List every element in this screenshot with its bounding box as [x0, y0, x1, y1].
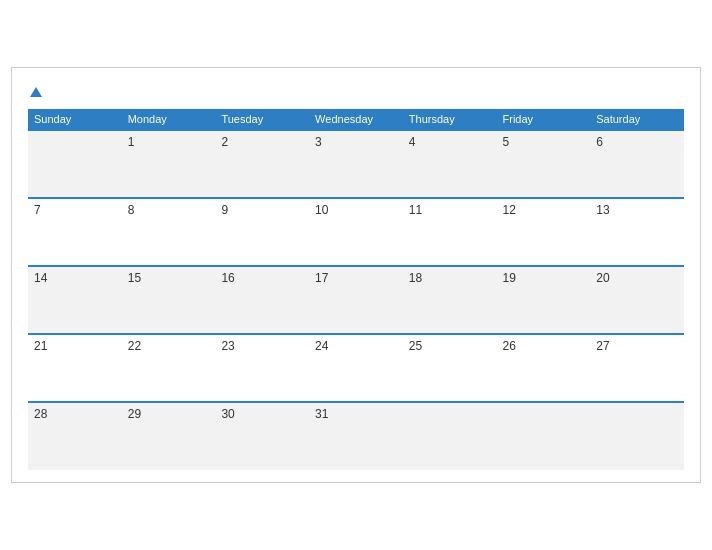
- calendar-day-cell: 12: [497, 198, 591, 266]
- day-number: 9: [221, 203, 228, 217]
- weekday-header-friday: Friday: [497, 109, 591, 130]
- weekday-header-thursday: Thursday: [403, 109, 497, 130]
- day-number: 5: [503, 135, 510, 149]
- day-number: 12: [503, 203, 516, 217]
- calendar-day-cell: 29: [122, 402, 216, 470]
- day-number: 20: [596, 271, 609, 285]
- calendar-day-cell: 8: [122, 198, 216, 266]
- calendar-day-cell: 3: [309, 130, 403, 198]
- calendar-day-cell: 31: [309, 402, 403, 470]
- weekday-header-sunday: Sunday: [28, 109, 122, 130]
- calendar-week-row: 78910111213: [28, 198, 684, 266]
- day-number: 1: [128, 135, 135, 149]
- calendar-day-cell: 26: [497, 334, 591, 402]
- calendar-day-cell: 20: [590, 266, 684, 334]
- day-number: 11: [409, 203, 422, 217]
- calendar-week-row: 28293031: [28, 402, 684, 470]
- calendar-day-cell: 25: [403, 334, 497, 402]
- day-number: 17: [315, 271, 328, 285]
- calendar-day-cell: 5: [497, 130, 591, 198]
- day-number: 27: [596, 339, 609, 353]
- calendar-week-row: 21222324252627: [28, 334, 684, 402]
- weekday-header-saturday: Saturday: [590, 109, 684, 130]
- calendar-header: [28, 84, 684, 97]
- calendar-day-cell: [497, 402, 591, 470]
- calendar-day-cell: 13: [590, 198, 684, 266]
- day-number: 3: [315, 135, 322, 149]
- calendar-day-cell: 15: [122, 266, 216, 334]
- day-number: 7: [34, 203, 41, 217]
- logo-triangle-icon: [30, 87, 42, 97]
- logo-general-text: [28, 84, 42, 97]
- day-number: 4: [409, 135, 416, 149]
- calendar-day-cell: [403, 402, 497, 470]
- calendar-day-cell: 2: [215, 130, 309, 198]
- calendar-container: SundayMondayTuesdayWednesdayThursdayFrid…: [11, 67, 701, 483]
- calendar-day-cell: 14: [28, 266, 122, 334]
- day-number: 19: [503, 271, 516, 285]
- day-number: 15: [128, 271, 141, 285]
- calendar-day-cell: 11: [403, 198, 497, 266]
- calendar-day-cell: 4: [403, 130, 497, 198]
- calendar-day-cell: 1: [122, 130, 216, 198]
- calendar-table: SundayMondayTuesdayWednesdayThursdayFrid…: [28, 109, 684, 470]
- day-number: 21: [34, 339, 47, 353]
- weekday-header-monday: Monday: [122, 109, 216, 130]
- weekday-header-tuesday: Tuesday: [215, 109, 309, 130]
- calendar-day-cell: 10: [309, 198, 403, 266]
- calendar-day-cell: 21: [28, 334, 122, 402]
- day-number: 25: [409, 339, 422, 353]
- calendar-week-row: 123456: [28, 130, 684, 198]
- calendar-day-cell: 23: [215, 334, 309, 402]
- calendar-day-cell: 30: [215, 402, 309, 470]
- calendar-day-cell: [28, 130, 122, 198]
- calendar-day-cell: [590, 402, 684, 470]
- day-number: 29: [128, 407, 141, 421]
- calendar-day-cell: 27: [590, 334, 684, 402]
- calendar-day-cell: 22: [122, 334, 216, 402]
- logo: [28, 84, 42, 97]
- calendar-week-row: 14151617181920: [28, 266, 684, 334]
- calendar-day-cell: 6: [590, 130, 684, 198]
- day-number: 30: [221, 407, 234, 421]
- calendar-day-cell: 7: [28, 198, 122, 266]
- day-number: 2: [221, 135, 228, 149]
- day-number: 23: [221, 339, 234, 353]
- day-number: 18: [409, 271, 422, 285]
- day-number: 14: [34, 271, 47, 285]
- weekday-header-row: SundayMondayTuesdayWednesdayThursdayFrid…: [28, 109, 684, 130]
- day-number: 8: [128, 203, 135, 217]
- day-number: 24: [315, 339, 328, 353]
- calendar-day-cell: 18: [403, 266, 497, 334]
- day-number: 6: [596, 135, 603, 149]
- calendar-day-cell: 17: [309, 266, 403, 334]
- weekday-header-wednesday: Wednesday: [309, 109, 403, 130]
- calendar-day-cell: 9: [215, 198, 309, 266]
- calendar-day-cell: 24: [309, 334, 403, 402]
- calendar-day-cell: 28: [28, 402, 122, 470]
- day-number: 31: [315, 407, 328, 421]
- calendar-day-cell: 16: [215, 266, 309, 334]
- day-number: 16: [221, 271, 234, 285]
- day-number: 28: [34, 407, 47, 421]
- day-number: 26: [503, 339, 516, 353]
- day-number: 22: [128, 339, 141, 353]
- day-number: 10: [315, 203, 328, 217]
- calendar-day-cell: 19: [497, 266, 591, 334]
- day-number: 13: [596, 203, 609, 217]
